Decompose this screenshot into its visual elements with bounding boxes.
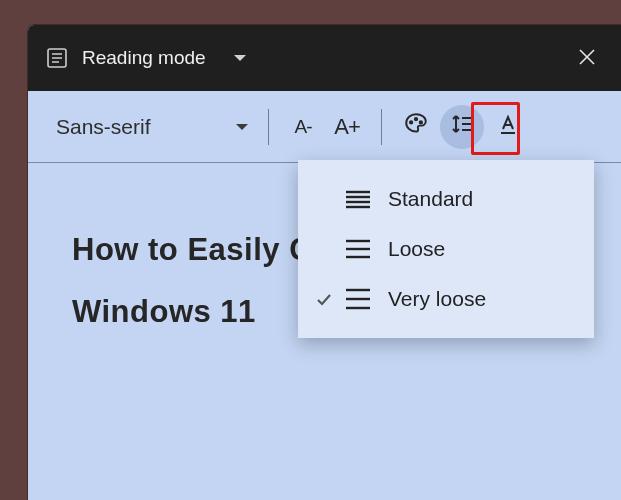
palette-icon [403,111,429,143]
separator [381,109,382,145]
theme-button[interactable] [394,105,438,149]
decrease-font-button[interactable]: A- [281,105,325,149]
menu-item-very-loose[interactable]: Very loose [298,274,594,324]
lines-medium-icon [338,239,378,259]
menu-item-standard[interactable]: Standard [298,174,594,224]
svg-point-7 [415,117,417,119]
chevron-down-icon [236,124,248,130]
separator [268,109,269,145]
increase-font-label: A+ [334,114,360,140]
menu-item-loose[interactable]: Loose [298,224,594,274]
check-icon [310,290,338,308]
svg-point-8 [420,121,422,123]
title-dropdown-caret[interactable] [234,55,246,61]
formatting-toolbar: Sans-serif A- A+ [28,91,621,163]
annotation-highlight [471,102,520,155]
font-family-select[interactable]: Sans-serif [56,115,256,139]
font-family-value: Sans-serif [56,115,151,139]
lines-tight-icon [338,189,378,209]
menu-item-label: Standard [388,187,473,211]
window-title: Reading mode [82,47,206,69]
menu-item-label: Very loose [388,287,486,311]
lines-loose-icon [338,288,378,310]
reader-icon [46,47,68,69]
line-spacing-menu: Standard Loose Very loose [298,160,594,338]
menu-item-label: Loose [388,237,445,261]
increase-font-button[interactable]: A+ [325,105,369,149]
svg-point-6 [410,121,412,123]
close-button[interactable] [571,39,603,78]
titlebar: Reading mode [28,25,621,91]
decrease-font-label: A- [295,116,312,138]
